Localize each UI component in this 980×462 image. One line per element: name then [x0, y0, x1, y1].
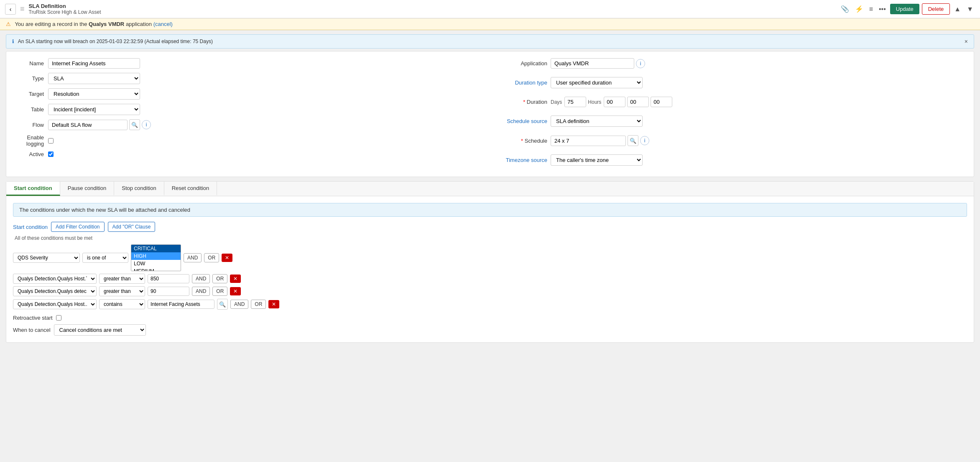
- filter-and-btn-2[interactable]: AND: [192, 274, 210, 283]
- pin-icon[interactable]: ⚡: [853, 4, 865, 14]
- filter-or-btn-2[interactable]: OR: [212, 274, 227, 283]
- application-label: Application: [496, 60, 551, 67]
- duration-hours[interactable]: [604, 97, 625, 107]
- schedule-source-label[interactable]: Schedule source: [496, 118, 551, 124]
- filter-search-btn-4[interactable]: 🔍: [217, 299, 228, 310]
- type-select[interactable]: SLA OLA: [48, 73, 140, 84]
- table-select[interactable]: Incident [incident]: [48, 104, 140, 115]
- target-select[interactable]: Resolution Response: [48, 88, 140, 100]
- condition-banner: The conditions under which the new SLA w…: [13, 203, 967, 217]
- filter-operator-1[interactable]: is one of greater than contains: [82, 253, 128, 263]
- type-row: Type SLA OLA: [15, 73, 484, 84]
- warning-icon: ⚠: [6, 21, 11, 27]
- filter-field-4[interactable]: Qualys Detection.Qualys Host....: [13, 299, 97, 309]
- when-to-cancel-row: When to cancel Cancel conditions are met: [13, 324, 967, 336]
- update-button[interactable]: Update: [890, 4, 919, 14]
- add-or-button[interactable]: Add "OR" Clause: [108, 222, 156, 232]
- edit-notice-app: Qualys VMDR: [89, 21, 124, 27]
- duration-type-label[interactable]: Duration type: [496, 80, 551, 86]
- flow-info-btn[interactable]: i: [142, 120, 151, 129]
- condition-actions: Start condition Add Filter Condition Add…: [13, 222, 967, 232]
- tab-start-condition[interactable]: Start condition: [6, 182, 60, 196]
- timezone-source-label[interactable]: Timezone source: [496, 157, 551, 163]
- filter-operator-2[interactable]: greater than is one of contains: [99, 274, 145, 284]
- flow-input[interactable]: [48, 120, 128, 130]
- duration-type-select[interactable]: User specified duration Schedule based d…: [551, 77, 643, 88]
- filter-value-3[interactable]: [148, 287, 189, 296]
- page-subtitle: TruRisk Score High & Low Asset: [29, 9, 101, 15]
- name-label: Name: [15, 60, 48, 67]
- when-to-cancel-select[interactable]: Cancel conditions are met: [54, 324, 146, 336]
- filter-value-2[interactable]: [148, 274, 189, 283]
- nav-down-button[interactable]: ▼: [965, 5, 975, 14]
- edit-notice-text-after: application: [126, 21, 152, 27]
- tab-reset-condition[interactable]: Reset condition: [164, 182, 217, 196]
- days-label: Days: [551, 99, 562, 105]
- filter-and-btn-4[interactable]: AND: [230, 300, 248, 309]
- top-bar-left: ‹ ≡ SLA Definition TruRisk Score High & …: [5, 3, 101, 15]
- application-input[interactable]: [551, 58, 634, 69]
- filter-field-1[interactable]: QDS Severity: [13, 253, 80, 263]
- duration-row: * Duration Days Hours: [496, 97, 965, 107]
- schedule-input[interactable]: [551, 136, 626, 146]
- filter-row-1: QDS Severity is one of greater than cont…: [13, 244, 967, 271]
- filter-remove-btn-2[interactable]: ✕: [230, 275, 241, 283]
- filter-and-btn-1[interactable]: AND: [184, 253, 202, 262]
- filter-remove-btn-4[interactable]: ✕: [268, 300, 279, 308]
- filter-value-listbox-1[interactable]: CRITICAL HIGH LOW MEDIUM: [131, 244, 181, 271]
- schedule-info-btn[interactable]: i: [640, 136, 649, 145]
- duration-type-row: Duration type User specified duration Sc…: [496, 77, 965, 88]
- filter-remove-btn-1[interactable]: ✕: [222, 254, 232, 262]
- info-icon: ℹ: [12, 38, 14, 44]
- name-input[interactable]: [48, 58, 140, 69]
- duration-label: * Duration: [496, 99, 551, 105]
- cancel-link[interactable]: (cancel): [153, 21, 173, 27]
- schedule-source-select[interactable]: SLA definition Task: [551, 116, 643, 127]
- schedule-label: * Schedule: [496, 138, 551, 144]
- filter-operator-3[interactable]: greater than is one of contains: [99, 286, 145, 296]
- more-icon[interactable]: •••: [877, 5, 888, 14]
- schedule-search-btn[interactable]: 🔍: [628, 135, 638, 146]
- menu-icon: ≡: [20, 5, 25, 13]
- tab-stop-condition[interactable]: Stop condition: [114, 182, 164, 196]
- flow-search-btn[interactable]: 🔍: [129, 119, 140, 130]
- schedule-row: * Schedule 🔍 i: [496, 135, 965, 146]
- filter-operator-4[interactable]: contains greater than is one of: [99, 299, 145, 309]
- settings-icon[interactable]: ≡: [868, 5, 875, 14]
- start-condition-link[interactable]: Start condition: [13, 224, 48, 230]
- tab-pause-condition[interactable]: Pause condition: [60, 182, 115, 196]
- add-filter-button[interactable]: Add Filter Condition: [51, 222, 104, 232]
- enable-logging-checkbox[interactable]: [48, 138, 54, 144]
- edit-notice-text-before: You are editing a record in the: [15, 21, 87, 27]
- left-form-col: Name Type SLA OLA Target Resolution Resp…: [15, 58, 484, 170]
- filter-and-btn-3[interactable]: AND: [192, 287, 210, 296]
- target-label: Target: [15, 91, 48, 97]
- filter-field-2[interactable]: Qualys Detection.Qualys Host.T...: [13, 274, 97, 284]
- table-row: Table Incident [incident]: [15, 104, 484, 115]
- info-banner-text: ℹ An SLA starting now will breach on 202…: [12, 38, 213, 44]
- filter-or-btn-3[interactable]: OR: [212, 287, 227, 296]
- info-banner-close[interactable]: ×: [965, 38, 968, 45]
- filter-row-4: Qualys Detection.Qualys Host.... contain…: [13, 299, 967, 310]
- duration-days[interactable]: [564, 97, 586, 107]
- attachment-icon[interactable]: 📎: [839, 4, 851, 14]
- info-banner: ℹ An SLA starting now will breach on 202…: [6, 34, 974, 49]
- timezone-source-select[interactable]: The caller's time zone Specific time zon…: [551, 154, 643, 166]
- enable-logging-label: Enable logging: [15, 134, 48, 147]
- enable-logging-row: Enable logging: [15, 134, 484, 147]
- back-button[interactable]: ‹: [5, 4, 16, 15]
- filter-remove-btn-3[interactable]: ✕: [230, 287, 241, 295]
- tab-content: The conditions under which the new SLA w…: [6, 196, 974, 342]
- duration-minutes[interactable]: [627, 97, 649, 107]
- application-info-btn[interactable]: i: [636, 59, 645, 68]
- retroactive-start-checkbox[interactable]: [56, 315, 61, 321]
- timezone-row: Timezone source The caller's time zone S…: [496, 154, 965, 166]
- delete-button[interactable]: Delete: [922, 3, 950, 15]
- duration-seconds[interactable]: [651, 97, 672, 107]
- filter-or-btn-4[interactable]: OR: [251, 300, 266, 309]
- filter-field-3[interactable]: Qualys Detection.Qualys detec...: [13, 286, 97, 296]
- filter-or-btn-1[interactable]: OR: [204, 253, 219, 262]
- active-checkbox[interactable]: [48, 151, 54, 157]
- filter-value-4[interactable]: [148, 300, 214, 309]
- nav-up-button[interactable]: ▲: [952, 5, 962, 14]
